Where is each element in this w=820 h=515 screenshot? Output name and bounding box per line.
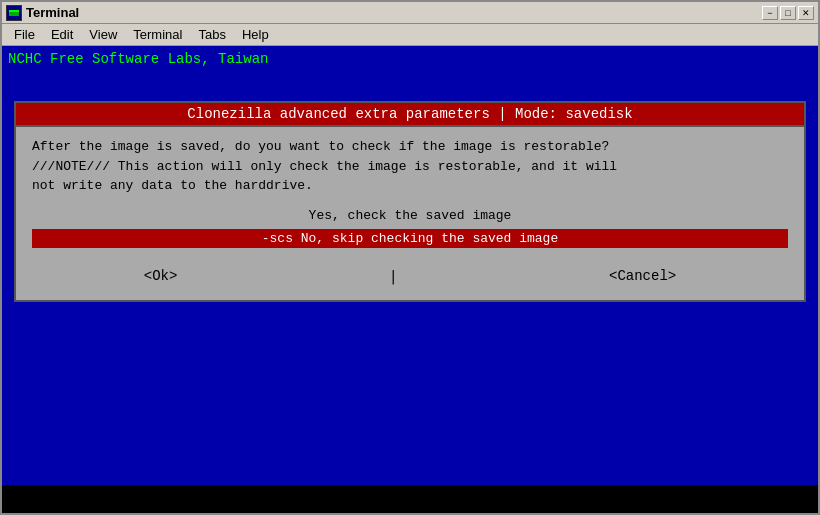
close-button[interactable]: ✕ (798, 6, 814, 20)
dialog-buttons: <Ok> | <Cancel> (32, 262, 788, 286)
menu-view[interactable]: View (81, 25, 125, 44)
title-bar-left: Terminal (6, 5, 79, 21)
desc-line-3: not write any data to the harddrive. (32, 178, 313, 193)
dialog-body: After the image is saved, do you want to… (16, 127, 804, 300)
terminal-header: NCHC Free Software Labs, Taiwan (8, 50, 812, 70)
maximize-button[interactable]: □ (780, 6, 796, 20)
desc-line-1: After the image is saved, do you want to… (32, 139, 609, 154)
dialog-title: Clonezilla advanced extra parameters | M… (16, 103, 804, 127)
dialog-description: After the image is saved, do you want to… (32, 137, 788, 196)
ok-button[interactable]: <Ok> (132, 266, 190, 286)
menu-file[interactable]: File (6, 25, 43, 44)
svg-rect-2 (9, 10, 19, 12)
menu-tabs[interactable]: Tabs (190, 25, 233, 44)
option-yes-check[interactable]: Yes, check the saved image (301, 206, 520, 225)
dialog-box: Clonezilla advanced extra parameters | M… (14, 101, 806, 302)
dialog-options: Yes, check the saved image -scs No, skip… (32, 206, 788, 248)
menu-help[interactable]: Help (234, 25, 277, 44)
minimize-button[interactable]: − (762, 6, 778, 20)
cancel-button[interactable]: <Cancel> (597, 266, 688, 286)
window-icon (6, 5, 22, 21)
desc-line-2: ///NOTE/// This action will only check t… (32, 159, 617, 174)
option-no-skip[interactable]: -scs No, skip checking the saved image (32, 229, 788, 248)
window-title: Terminal (26, 5, 79, 20)
menu-terminal[interactable]: Terminal (125, 25, 190, 44)
terminal-window: Terminal − □ ✕ File Edit View Terminal T… (0, 0, 820, 515)
title-bar: Terminal − □ ✕ (2, 2, 818, 24)
menu-edit[interactable]: Edit (43, 25, 81, 44)
menu-bar: File Edit View Terminal Tabs Help (2, 24, 818, 46)
window-controls: − □ ✕ (762, 6, 814, 20)
terminal-area: NCHC Free Software Labs, Taiwan Clonezil… (2, 46, 818, 485)
cursor-indicator: | (389, 266, 397, 286)
status-bar (2, 485, 818, 513)
